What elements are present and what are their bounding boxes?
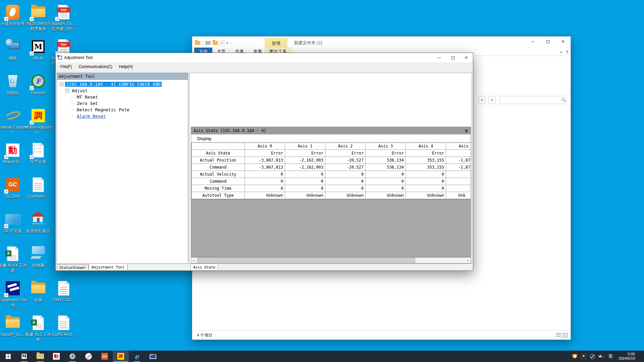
- network-disconnected-icon[interactable]: [590, 354, 595, 359]
- search-input[interactable]: [499, 96, 567, 104]
- ime-language-indicator[interactable]: 英: [608, 353, 613, 359]
- taskbar-app-gc2000[interactable]: GC: [97, 351, 113, 362]
- cell-value: 0: [245, 185, 285, 192]
- menu-item[interactable]: Communication(C): [75, 63, 116, 70]
- desktop-icon-label: Internet Explorer: [0, 125, 27, 135]
- tree-node-label[interactable]: Detect Magnetic Pole: [76, 107, 130, 112]
- gc-icon: GC: [5, 176, 21, 193]
- tree-node[interactable]: MT Reset: [58, 94, 188, 100]
- ime-tray-icon[interactable]: [581, 354, 586, 359]
- cell-value: -1,87: [446, 164, 471, 171]
- tree-node-label[interactable]: Zero Set: [76, 101, 99, 106]
- desktop-icon[interactable]: 网络: [0, 38, 27, 61]
- minimize-button[interactable]: [525, 37, 540, 47]
- tool-titlebar[interactable]: Adjustment Tool: [56, 53, 473, 62]
- chevron-down-icon[interactable]: ▾: [226, 41, 228, 45]
- desktop-icon[interactable]: 创高: [24, 280, 53, 303]
- desktop-icon[interactable]: TINYC110...: [49, 280, 78, 303]
- tree-node[interactable]: [192.168.0.184 - 4] CONFIG CHECK END: [58, 81, 188, 87]
- close-icon[interactable]: ✕: [465, 128, 468, 133]
- tab-statusviewer[interactable]: StatusViewer: [57, 264, 89, 270]
- address-dropdown-button[interactable]: ▾: [478, 96, 486, 104]
- desktop-icon[interactable]: 桌面杂乱集合: [24, 210, 53, 234]
- taskbar-app-motiontool[interactable]: 動: [48, 351, 64, 362]
- close-button[interactable]: [555, 37, 571, 47]
- desktop-icon[interactable]: eInternet Explorer: [0, 107, 27, 135]
- new-folder-icon[interactable]: [213, 41, 218, 45]
- scroll-right-icon[interactable]: ›: [465, 257, 471, 263]
- taskbar-app-internet-explorer[interactable]: e: [129, 351, 145, 362]
- display-menu-item[interactable]: Display: [191, 134, 471, 142]
- scrollbar-thumb[interactable]: [197, 258, 415, 263]
- desktop-icon[interactable]: 回收站: [0, 72, 27, 96]
- folder-icon: [30, 3, 46, 21]
- tree-node-label[interactable]: [192.168.0.184 - 4] CONFIG CHECK END: [65, 82, 162, 87]
- expander-minus-icon[interactable]: [60, 82, 63, 86]
- tree-node-label[interactable]: MT Reset: [76, 95, 99, 100]
- maximize-button[interactable]: [540, 37, 555, 47]
- antivirus-tray-icon[interactable]: [572, 354, 577, 359]
- cell-value: 0: [325, 178, 366, 185]
- tab-axis-state[interactable]: Axis State: [191, 263, 218, 270]
- desktop-icon[interactable]: 此电脑: [24, 245, 53, 268]
- tree-node[interactable]: Adjust: [58, 87, 188, 94]
- search-icon: [561, 98, 565, 101]
- collapse-ribbon-icon[interactable]: ∧: [560, 50, 562, 54]
- taskbar-app-remote-viewer[interactable]: [145, 351, 161, 362]
- folder-icon[interactable]: [195, 41, 200, 45]
- desktop-icon[interactable]: ComNetFi...: [24, 176, 53, 199]
- tree-node[interactable]: Alarm Reset: [58, 113, 188, 119]
- minimize-button[interactable]: [433, 53, 446, 62]
- desktop-icon[interactable]: X新建 XLS 工作表: [24, 314, 53, 342]
- tree-node-label[interactable]: Alarm Reset: [76, 114, 107, 119]
- desktop-icon[interactable]: FDirector: [24, 72, 53, 96]
- taskbar-app-file-explorer[interactable]: [32, 351, 48, 362]
- help-icon[interactable]: ?: [566, 50, 569, 55]
- volume-muted-icon[interactable]: [599, 354, 605, 359]
- close-button[interactable]: [460, 53, 473, 62]
- start-button[interactable]: [0, 351, 16, 362]
- shortcut-arrow-icon: [55, 17, 59, 21]
- menu-item[interactable]: Help(H): [116, 63, 136, 70]
- desktop-icon[interactable]: GCGC2000: [0, 176, 27, 199]
- desktop-icon[interactable]: ✓ ✓ ✓生产记录: [24, 141, 53, 165]
- row-label: Actual Position: [192, 157, 245, 164]
- checkmark-icon[interactable]: [220, 40, 224, 45]
- axis-panel-header[interactable]: Axis State [192.168.0.184 - 4] ✕: [191, 127, 471, 134]
- shortcut-arrow-icon: [30, 120, 34, 125]
- cell-value: [446, 171, 471, 178]
- desktop-icon[interactable]: Equipment Check: [0, 280, 27, 308]
- expander-minus-icon[interactable]: [65, 89, 69, 93]
- refresh-button[interactable]: ↻: [488, 96, 496, 104]
- tree-node[interactable]: Detect Magnetic Pole: [58, 107, 188, 113]
- tab-adjustment-tool[interactable]: Adjustment Tool: [89, 263, 127, 270]
- desktop-icon[interactable]: 動MotionTo...: [0, 141, 27, 165]
- properties-icon[interactable]: [205, 41, 211, 45]
- taskbar-app-director[interactable]: F: [64, 351, 80, 362]
- desktop-icon[interactable]: GC中文版: [0, 210, 27, 234]
- desktop-icon[interactable]: 7线2019年9月程序备份: [24, 3, 53, 32]
- desktop-icon[interactable]: PDFNanoPi_Du... 位号图_202...: [49, 3, 78, 32]
- row-label: Actual Velocity: [192, 171, 245, 178]
- scroll-left-icon[interactable]: ‹: [191, 257, 197, 263]
- thumbnail-view-icon[interactable]: [562, 333, 568, 338]
- list-view-icon[interactable]: [556, 333, 561, 338]
- desktop-icon[interactable]: 火绒安全软件: [0, 3, 27, 26]
- taskbar-app-capture-tool[interactable]: [80, 351, 97, 362]
- desktop-icon[interactable]: NanoPi_Du...: [0, 314, 27, 337]
- desktop-icon[interactable]: 調Motion Adjustme...: [24, 107, 53, 135]
- desktop-icon[interactable]: X新建 XLSX 工作表: [0, 245, 27, 273]
- horizontal-scrollbar[interactable]: ‹ ›: [191, 257, 471, 263]
- cell-value: 536,134: [366, 164, 406, 171]
- desktop-icon-label: MotionTo...: [3, 160, 23, 165]
- tree-node[interactable]: Zero Set: [58, 100, 188, 107]
- taskbar-clock[interactable]: 5:00 2024/5/19: [616, 352, 637, 361]
- maximize-button[interactable]: [446, 53, 460, 62]
- tree-node-label[interactable]: Adjust: [71, 88, 89, 93]
- desktop-icon[interactable]: CORE4418...: [49, 314, 78, 337]
- taskbar-app-motion-adjustment[interactable]: 調: [113, 351, 129, 362]
- menu-item[interactable]: File(F): [57, 63, 75, 70]
- tree-panel: Adjustment Tool [192.168.0.184 - 4] CONF…: [57, 73, 188, 264]
- desktop-icon[interactable]: MMEdit: [24, 38, 53, 61]
- taskbar-app-medit[interactable]: M: [16, 351, 32, 362]
